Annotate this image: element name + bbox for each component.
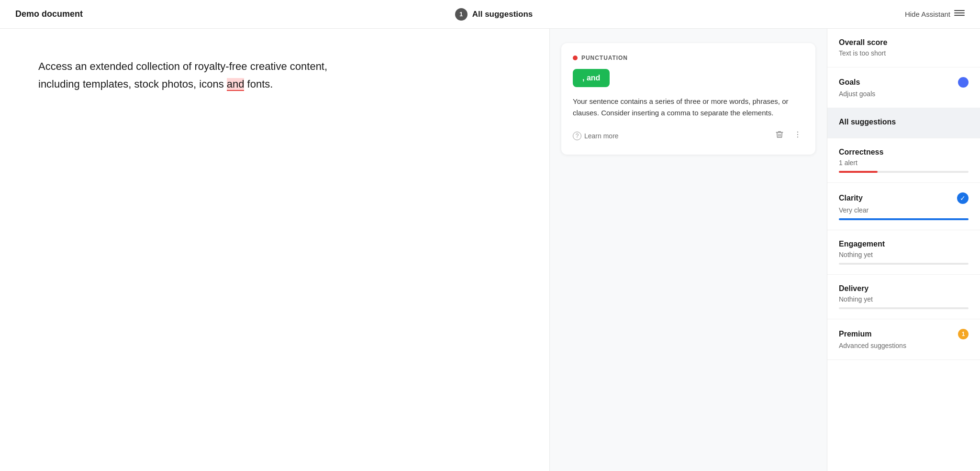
sidebar-all-suggestions[interactable]: All suggestions xyxy=(827,108,980,138)
clarity-title: Clarity xyxy=(839,194,863,202)
clarity-check-icon: ✓ xyxy=(957,192,969,204)
sidebar-correctness[interactable]: Correctness 1 alert xyxy=(827,138,980,183)
suggestion-panel: PUNCTUATION , and Your sentence contains… xyxy=(549,29,827,471)
correctness-progress-bar xyxy=(839,171,969,173)
svg-point-0 xyxy=(797,132,798,133)
delivery-subtitle: Nothing yet xyxy=(839,295,873,303)
premium-title: Premium xyxy=(839,330,871,338)
sidebar-delivery[interactable]: Delivery Nothing yet xyxy=(827,275,980,319)
panel-layout-icon xyxy=(954,10,965,19)
learn-more-icon: ? xyxy=(573,132,581,140)
sidebar-clarity[interactable]: Clarity ✓ Very clear xyxy=(827,183,980,230)
engagement-title: Engagement xyxy=(839,240,885,248)
overall-score-subtitle: Text is too short xyxy=(839,49,886,57)
clarity-subtitle: Very clear xyxy=(839,206,869,214)
suggestions-count-badge: 1 xyxy=(455,8,468,21)
premium-subtitle: Advanced suggestions xyxy=(839,342,906,349)
all-suggestions-header-label: All suggestions xyxy=(472,10,533,19)
editor-content: Access an extended collection of royalty… xyxy=(38,57,383,93)
correctness-subtitle: 1 alert xyxy=(839,159,858,167)
delivery-title: Delivery xyxy=(839,284,869,293)
highlighted-word-and[interactable]: and xyxy=(227,78,245,91)
delete-suggestion-button[interactable] xyxy=(773,128,786,143)
suggestion-fix-button[interactable]: , and xyxy=(573,69,610,87)
correctness-progress-fill xyxy=(839,171,878,173)
editor-area[interactable]: Access an extended collection of royalty… xyxy=(0,29,549,471)
goals-header: Goals xyxy=(839,77,969,88)
goals-subtitle: Adjust goals xyxy=(839,90,875,98)
all-suggestions-header: All suggestions xyxy=(839,118,969,126)
main-layout: Access an extended collection of royalty… xyxy=(0,29,980,471)
svg-point-2 xyxy=(797,136,798,137)
sidebar-overall-score[interactable]: Overall score Text is too short xyxy=(827,29,980,67)
goals-dot-icon xyxy=(958,77,969,88)
header-center: 1 All suggestions xyxy=(455,8,533,21)
svg-point-1 xyxy=(797,134,798,135)
right-sidebar: Overall score Text is too short Goals Ad… xyxy=(827,29,980,471)
all-suggestions-title: All suggestions xyxy=(839,118,896,126)
learn-more-label: Learn more xyxy=(584,132,619,140)
document-title: Demo document xyxy=(15,9,83,19)
header-right: Hide Assistant xyxy=(905,10,965,19)
suggestion-category: PUNCTUATION xyxy=(573,55,804,61)
correctness-title: Correctness xyxy=(839,148,883,157)
overall-score-header: Overall score xyxy=(839,38,969,47)
overall-score-title: Overall score xyxy=(839,38,887,47)
sidebar-engagement[interactable]: Engagement Nothing yet xyxy=(827,230,980,275)
text-line2-after: fonts. xyxy=(244,78,273,90)
more-options-button[interactable] xyxy=(791,128,804,143)
engagement-subtitle: Nothing yet xyxy=(839,251,873,258)
clarity-progress-fill xyxy=(839,218,969,220)
hide-assistant-button[interactable]: Hide Assistant xyxy=(905,10,965,19)
engagement-progress-bar xyxy=(839,263,969,265)
hide-assistant-label: Hide Assistant xyxy=(905,10,950,18)
text-line2-before: including templates, stock photos, icons xyxy=(38,78,227,90)
suggestion-footer: ? Learn more xyxy=(573,128,804,143)
sidebar-goals[interactable]: Goals Adjust goals xyxy=(827,67,980,108)
clarity-progress-bar xyxy=(839,218,969,220)
suggestion-description: Your sentence contains a series of three… xyxy=(573,96,804,119)
suggestion-card: PUNCTUATION , and Your sentence contains… xyxy=(561,43,815,155)
correctness-header: Correctness xyxy=(839,148,969,157)
category-label: PUNCTUATION xyxy=(581,55,628,61)
delivery-header: Delivery xyxy=(839,284,969,293)
sidebar-premium[interactable]: Premium 1 Advanced suggestions xyxy=(827,319,980,360)
clarity-header: Clarity ✓ xyxy=(839,192,969,204)
goals-title: Goals xyxy=(839,78,860,87)
premium-badge: 1 xyxy=(958,329,969,339)
text-line1: Access an extended collection of royalty… xyxy=(38,60,327,72)
app-header: Demo document 1 All suggestions Hide Ass… xyxy=(0,0,980,29)
category-dot xyxy=(573,56,578,60)
engagement-header: Engagement xyxy=(839,240,969,248)
suggestion-actions xyxy=(773,128,804,143)
premium-header: Premium 1 xyxy=(839,329,969,339)
learn-more-button[interactable]: ? Learn more xyxy=(573,132,619,140)
delivery-progress-bar xyxy=(839,307,969,309)
